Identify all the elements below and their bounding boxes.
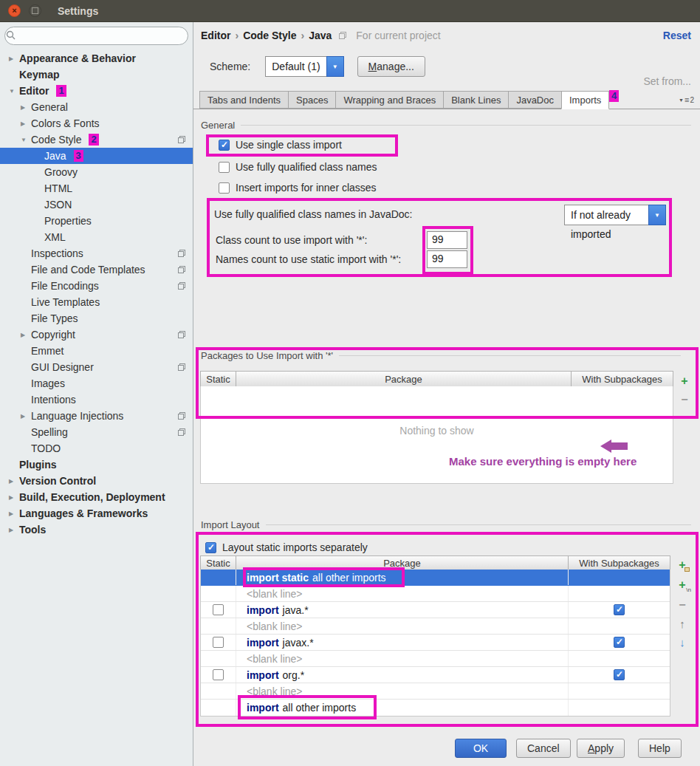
javadoc-fq-dropdown[interactable]: If not already imported ▼ [564, 205, 666, 225]
use-single-class-import-checkbox[interactable]: Use single class import [219, 137, 342, 153]
subpackages-checkbox-checked[interactable] [614, 669, 625, 680]
dropdown-arrow-icon[interactable]: ▼ [648, 205, 666, 225]
remove-package-button[interactable]: − [677, 392, 692, 407]
help-button[interactable]: Help [638, 739, 682, 758]
sidebar-item-editor[interactable]: Editor1 [0, 83, 193, 99]
table-row-blank-line[interactable]: <blank line> [201, 683, 670, 700]
annotation-note: Make sure everything is empty here [449, 455, 636, 468]
use-fully-qualified-class-names-checkbox[interactable]: Use fully qualified class names [219, 159, 377, 175]
chevron-right-icon[interactable] [21, 332, 31, 338]
sidebar-item-file-encodings[interactable]: File Encodings [0, 278, 193, 294]
sidebar-item-java[interactable]: Java3 [0, 148, 193, 164]
sidebar-item-colors-fonts[interactable]: Colors & Fonts [0, 115, 193, 131]
sidebar-item-build-execution-deployment[interactable]: Build, Execution, Deployment [0, 489, 193, 505]
tab-tabs-and-indents[interactable]: Tabs and Indents [199, 91, 288, 109]
move-up-button[interactable]: ↑ [675, 616, 690, 631]
set-from-link[interactable]: Set from... [643, 75, 691, 87]
sidebar-item-emmet[interactable]: Emmet [0, 343, 193, 359]
table-row-import-java[interactable]: importjava.* [201, 602, 670, 618]
chevron-down-icon[interactable] [21, 137, 31, 143]
restore-icon [32, 7, 38, 14]
move-down-button[interactable]: ↓ [675, 635, 690, 649]
table-row-import-org[interactable]: importorg.* [201, 667, 670, 683]
table-row-import-all-other[interactable]: importall other imports [201, 700, 670, 716]
sidebar-item-json[interactable]: JSON [0, 196, 193, 213]
sidebar-item-file-types[interactable]: File Types [0, 310, 193, 326]
window-restore-button[interactable] [29, 4, 41, 17]
hidden-tabs-indicator[interactable]: ▼≡2 [679, 95, 694, 104]
sidebar-item-properties[interactable]: Properties [0, 213, 193, 229]
sidebar-item-live-templates[interactable]: Live Templates [0, 294, 193, 310]
sidebar-item-appearance-behavior[interactable]: Appearance & Behavior [0, 50, 193, 66]
chevron-down-icon[interactable] [9, 88, 19, 95]
add-blank-line-button[interactable]: +\n [675, 578, 690, 592]
search-input[interactable] [4, 27, 188, 45]
sidebar-item-html[interactable]: HTML [0, 180, 193, 196]
checkbox-checked-icon[interactable] [219, 140, 230, 151]
reset-link[interactable]: Reset [663, 30, 691, 41]
sidebar-item-file-code-templates[interactable]: File and Code Templates [0, 261, 193, 278]
sidebar-item-intentions[interactable]: Intentions [0, 391, 193, 408]
table-row-blank-line[interactable]: <blank line> [201, 586, 670, 602]
add-package-button[interactable]: + [677, 374, 692, 389]
breadcrumb-code-style[interactable]: Code Style [243, 30, 296, 41]
checkbox-unchecked-icon[interactable] [219, 182, 230, 194]
packages-table-body[interactable]: Nothing to show [200, 386, 673, 484]
sidebar-item-images[interactable]: Images [0, 375, 193, 391]
window-close-button[interactable]: × [8, 4, 21, 17]
sidebar-item-copyright[interactable]: Copyright [0, 326, 193, 343]
sidebar-item-spelling[interactable]: Spelling [0, 424, 193, 440]
scheme-dropdown[interactable]: Default (1) ▼ [265, 56, 343, 77]
static-checkbox-unchecked[interactable] [213, 669, 224, 680]
chevron-right-icon[interactable] [21, 413, 31, 420]
layout-static-imports-checkbox[interactable]: Layout static imports separately [205, 539, 368, 555]
apply-button[interactable]: Apply [577, 739, 625, 758]
static-checkbox-unchecked[interactable] [213, 637, 224, 648]
chevron-right-icon[interactable] [9, 510, 19, 517]
sidebar-item-xml[interactable]: XML [0, 229, 193, 245]
chevron-right-icon[interactable] [21, 120, 31, 127]
sidebar-item-code-style[interactable]: Code Style2 [0, 131, 193, 148]
sidebar-item-tools[interactable]: Tools [0, 522, 193, 538]
chevron-right-icon[interactable] [21, 104, 31, 111]
tab-spaces[interactable]: Spaces [288, 91, 335, 109]
table-row-import-static-all[interactable]: import staticall other imports [201, 570, 670, 586]
ok-button[interactable]: OK [455, 739, 507, 758]
add-package-button[interactable]: + [675, 558, 690, 572]
code-style-tabs: Tabs and Indents Spaces Wrapping and Bra… [193, 91, 700, 109]
checkbox-checked-icon[interactable] [205, 542, 216, 553]
breadcrumb-editor[interactable]: Editor [201, 30, 230, 41]
sidebar-item-languages-frameworks[interactable]: Languages & Frameworks [0, 505, 193, 522]
tab-wrapping-and-braces[interactable]: Wrapping and Braces [335, 91, 443, 109]
table-row-import-javax[interactable]: importjavax.* [201, 635, 670, 651]
chevron-right-icon[interactable] [9, 527, 19, 533]
checkbox-unchecked-icon[interactable] [219, 162, 230, 173]
chevron-right-icon[interactable] [9, 494, 19, 501]
insert-imports-inner-classes-checkbox[interactable]: Insert imports for inner classes [219, 179, 377, 196]
subpackages-checkbox-checked[interactable] [614, 637, 625, 648]
manage-button[interactable]: Manage... [357, 56, 425, 77]
tab-imports[interactable]: Imports4 [561, 91, 609, 109]
table-row-blank-line[interactable]: <blank line> [201, 618, 670, 635]
sidebar-item-general[interactable]: General [0, 99, 193, 115]
sidebar-item-plugins[interactable]: Plugins [0, 456, 193, 473]
tab-blank-lines[interactable]: Blank Lines [443, 91, 508, 109]
chevron-right-icon[interactable] [9, 478, 19, 485]
subpackages-checkbox-checked[interactable] [614, 604, 625, 615]
cancel-button[interactable]: Cancel [516, 739, 571, 758]
remove-entry-button[interactable]: − [675, 598, 690, 612]
sidebar-item-inspections[interactable]: Inspections [0, 245, 193, 261]
static-checkbox-unchecked[interactable] [213, 604, 224, 615]
sidebar-item-gui-designer[interactable]: GUI Designer [0, 359, 193, 375]
sidebar-item-todo[interactable]: TODO [0, 440, 193, 456]
sidebar-item-groovy[interactable]: Groovy [0, 164, 193, 180]
sidebar-item-version-control[interactable]: Version Control [0, 473, 193, 489]
sidebar-item-keymap[interactable]: Keymap [0, 66, 193, 83]
table-row-blank-line[interactable]: <blank line> [201, 651, 670, 667]
names-count-input[interactable]: 99 [427, 250, 467, 268]
dropdown-arrow-icon[interactable]: ▼ [326, 56, 344, 77]
sidebar-item-language-injections[interactable]: Language Injections [0, 408, 193, 424]
tab-javadoc[interactable]: JavaDoc [508, 91, 561, 109]
class-count-input[interactable]: 99 [427, 231, 467, 249]
chevron-right-icon[interactable] [9, 55, 19, 62]
